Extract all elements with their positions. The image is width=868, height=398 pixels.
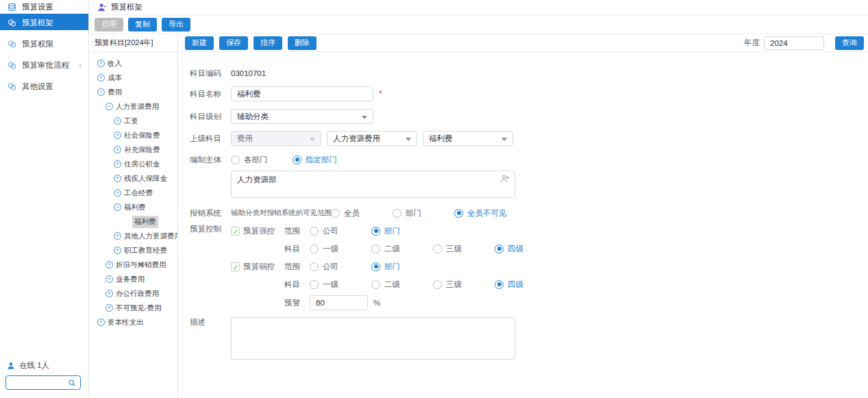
tree-node[interactable]: −费用 [89,85,177,99]
tree-node-label[interactable]: 其他人力资源费用 [124,232,178,241]
radio-icon[interactable] [454,209,463,218]
radio-label[interactable]: 公司 [323,262,338,272]
radio-icon[interactable] [231,156,240,164]
radio-icon[interactable] [310,245,319,253]
delete-button[interactable]: 删除 [288,36,317,50]
subject-level-select[interactable]: 辅助分类 [231,109,373,124]
tree-node-label[interactable]: 住房公积金 [124,160,160,169]
checkbox-icon[interactable] [231,262,240,271]
department-textarea[interactable]: 人力资源部 [231,171,515,198]
radio-label[interactable]: 公司 [323,226,338,236]
radio-icon[interactable] [495,280,504,289]
tree-node[interactable]: +业务费用 [89,272,177,286]
copy-button[interactable]: 复制 [128,18,157,32]
sidebar-item-budget-permission[interactable]: 预算权限 [0,36,88,51]
sidebar-item-budget-approval-flow[interactable]: 预算审批流程› [0,58,88,73]
expand-icon[interactable]: + [106,275,113,283]
tree-node[interactable]: +成本 [89,71,177,85]
expand-icon[interactable]: + [114,175,121,182]
tree-node[interactable]: +工会经费 [89,186,177,200]
tree-node-label[interactable]: 工资 [124,116,138,126]
radio-label[interactable]: 四级 [508,244,523,254]
tree-node[interactable]: −福利费 [89,200,177,214]
radio-label[interactable]: 二级 [384,279,400,290]
tree-node[interactable]: +补充保险费 [89,142,177,157]
expand-icon[interactable]: + [106,290,113,297]
tree-node-label[interactable]: 业务费用 [116,275,145,284]
expand-icon[interactable]: + [114,247,121,254]
tree-node-label[interactable]: 办公行政费用 [116,289,159,299]
radio-icon[interactable] [293,156,301,164]
tree-node[interactable]: +收入 [89,56,177,71]
tree-node[interactable]: +资本性支出 [89,315,177,329]
tree-node[interactable]: +残疾人保障金 [89,171,177,186]
parent-level1-select[interactable]: 费用 [231,131,321,146]
radio-icon[interactable] [371,245,380,253]
radio-icon[interactable] [495,245,504,253]
radio-label[interactable]: 一级 [323,279,338,290]
sidebar-item-budget-framework[interactable]: 预算框架 [0,15,88,30]
tree-node[interactable]: +折旧与摊销费用 [89,258,177,272]
parent-level2-select[interactable]: 人力资源费用 [327,131,417,146]
radio-icon[interactable] [331,209,340,218]
expand-icon[interactable]: + [114,189,121,197]
radio-icon[interactable] [310,227,319,236]
expand-icon[interactable]: + [106,304,113,312]
tree-node-label[interactable]: 收入 [108,59,122,69]
collapse-icon[interactable]: − [97,88,105,96]
radio-label[interactable]: 全员不可见 [467,208,507,219]
sort-button[interactable]: 排序 [253,36,282,50]
radio-label[interactable]: 四级 [508,279,523,290]
checkbox-icon[interactable] [231,227,240,236]
expand-icon[interactable]: + [97,74,105,82]
radio-label[interactable]: 一级 [323,244,338,254]
enable-button[interactable]: 启用 [95,18,123,32]
tree-node-label[interactable]: 资本性支出 [108,318,144,327]
radio-icon[interactable] [371,262,380,271]
checkbox-label[interactable]: 预算弱控 [243,262,275,272]
search-icon[interactable] [68,379,76,387]
tree-node-label[interactable]: 补充保险费 [124,145,160,155]
description-textarea[interactable] [231,317,515,360]
radio-icon[interactable] [310,262,319,271]
expand-icon[interactable]: + [114,146,121,153]
tree-node[interactable]: 福利费 [89,214,177,229]
export-button[interactable]: 导出 [162,18,190,32]
radio-icon[interactable] [433,245,442,253]
radio-icon[interactable] [393,209,401,218]
checkbox-label[interactable]: 预算强控 [243,226,275,236]
radio-label[interactable]: 二级 [384,244,400,254]
collapse-icon[interactable]: − [114,203,121,211]
add-person-icon[interactable] [500,174,510,184]
expand-icon[interactable]: + [114,117,121,125]
radio-label[interactable]: 部门 [406,208,421,219]
search-input[interactable] [6,377,68,388]
expand-icon[interactable]: + [114,232,121,240]
parent-level3-select[interactable]: 福利费 [423,131,513,146]
radio-label[interactable]: 三级 [446,244,462,254]
year-input[interactable] [764,36,824,50]
tree-node-label[interactable]: 折旧与摊销费用 [116,260,166,270]
tree-node-label[interactable]: 费用 [108,88,122,97]
radio-icon[interactable] [371,280,380,289]
tree-node-label[interactable]: 人力资源费用 [116,102,159,112]
tree-node[interactable]: +不可预见-费用 [89,301,177,315]
tree-node-label[interactable]: 不可预见-费用 [116,303,162,313]
tree-node-label[interactable]: 福利费 [124,203,146,212]
subject-name-input[interactable] [231,86,373,101]
tree-node-label[interactable]: 成本 [108,73,122,83]
tree-node[interactable]: +工资 [89,114,177,128]
tree-node-label[interactable]: 福利费 [132,216,158,228]
expand-icon[interactable]: + [97,319,105,326]
tree-node-label[interactable]: 社会保险费 [124,131,160,140]
radio-label[interactable]: 各部门 [244,155,268,165]
tree-node-label[interactable]: 工会经费 [124,188,153,198]
new-button[interactable]: 新建 [185,36,214,50]
query-button[interactable]: 查询 [835,36,864,50]
expand-icon[interactable]: + [114,160,121,168]
expand-icon[interactable]: + [114,132,121,139]
sidebar-item-other-settings[interactable]: 其他设置 [0,79,88,94]
radio-icon[interactable] [310,280,319,289]
radio-label[interactable]: 全员 [344,208,360,219]
tree-node[interactable]: +其他人力资源费用 [89,229,177,243]
